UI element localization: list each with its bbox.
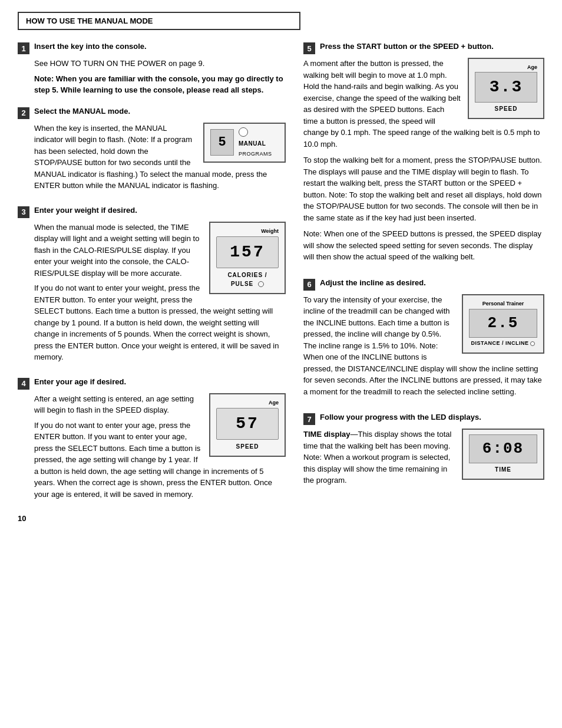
calories-pulse-label: CALORIES / PULSE — [216, 271, 279, 288]
two-col-layout: 1 Insert the key into the console. See H… — [18, 42, 544, 523]
step-4-content: Age 57 SPEED After a weight setting is e… — [34, 393, 286, 504]
panel-dot — [239, 127, 248, 137]
pulse-dot — [258, 281, 264, 287]
page-number: 10 — [18, 514, 286, 523]
speed-age-label: Age — [475, 64, 537, 72]
step-5-text3: Note: When one of the SPEED buttons is p… — [303, 228, 544, 263]
speed-display-panel: Age 3.3 SPEED — [468, 58, 544, 119]
step-4-title: Enter your age if desired. — [34, 377, 126, 386]
weight-label: Weight — [216, 228, 279, 236]
step-4-header: 4 Enter your age if desired. — [18, 377, 286, 390]
step-3-text2: If you do not want to enter your weight,… — [34, 282, 286, 363]
step-4-number: 4 — [18, 378, 29, 390]
left-column: 1 Insert the key into the console. See H… — [18, 42, 286, 523]
panel-manual-label: MANUAL — [239, 139, 272, 148]
distance-incline-label: DISTANCE / INCLINE — [469, 340, 537, 348]
panel-number-display: 5 — [210, 129, 234, 156]
step-3-header: 3 Enter your weight if desired. — [18, 206, 286, 218]
step-6-number: 6 — [303, 279, 315, 291]
step-1-text: See HOW TO TURN ON THE POWER on page 9. — [34, 58, 286, 70]
step-7-content: 6:08 TIME TIME display—This display show… — [303, 429, 544, 491]
age-display-panel: Age 57 SPEED — [209, 393, 286, 457]
step-7-number: 7 — [303, 413, 315, 425]
step-5-block: 5 Press the START button or the SPEED + … — [303, 42, 544, 268]
step-2-content: 5 MANUAL PROGRAMS When the key is insert… — [34, 123, 286, 195]
incline-display-panel: Personal Trainer 2.5 DISTANCE / INCLINE — [462, 294, 544, 354]
time-label: TIME — [469, 465, 537, 474]
step-1-number: 1 — [18, 42, 29, 54]
step-4-block: 4 Enter your age if desired. Age 57 SPEE… — [18, 377, 286, 504]
step-3-number: 3 — [18, 206, 29, 218]
step-1-content: See HOW TO TURN ON THE POWER on page 9. … — [34, 58, 286, 96]
step-7-title: Follow your progress with the LED displa… — [320, 413, 481, 421]
weight-screen: 157 — [216, 236, 279, 268]
incline-screen: 2.5 — [469, 309, 537, 338]
step-5-number: 5 — [303, 42, 315, 54]
step-1-header: 1 Insert the key into the console. — [18, 42, 286, 54]
di-dot — [530, 341, 535, 346]
time-display-panel: 6:08 TIME — [462, 429, 544, 480]
header-box: HOW TO USE THE MANUAL MODE — [18, 12, 300, 30]
page-container: HOW TO USE THE MANUAL MODE 1 Insert the … — [18, 12, 544, 523]
step-1-title: Insert the key into the console. — [34, 42, 147, 51]
speed-label-4: SPEED — [216, 442, 279, 451]
step-2-header: 2 Select the MANUAL mode. — [18, 107, 286, 119]
right-column: 5 Press the START button or the SPEED + … — [303, 42, 544, 523]
step-5-content: Age 3.3 SPEED A moment after the button … — [303, 58, 544, 268]
step-6-block: 6 Adjust the incline as desired. Persona… — [303, 278, 544, 403]
step-3-content: Weight 157 CALORIES / PULSE When the man… — [34, 222, 286, 367]
speed-screen: 3.3 — [475, 72, 537, 103]
di-text: DISTANCE / INCLINE — [471, 340, 529, 348]
time-screen: 6:08 — [469, 434, 537, 463]
panel-inner: 5 MANUAL PROGRAMS — [210, 127, 279, 159]
step-7-block: 7 Follow your progress with the LED disp… — [303, 413, 544, 491]
header-title: HOW TO USE THE MANUAL MODE — [26, 17, 153, 25]
step-3-title: Enter your weight if desired. — [34, 206, 137, 215]
step-2-number: 2 — [18, 107, 29, 119]
age-screen: 57 — [216, 408, 279, 440]
manual-mode-panel: 5 MANUAL PROGRAMS — [203, 123, 286, 163]
time-display-bold: TIME display — [303, 430, 350, 439]
panel-programs-label: PROGRAMS — [239, 150, 272, 159]
speed-label-5: SPEED — [475, 104, 537, 113]
step-6-content: Personal Trainer 2.5 DISTANCE / INCLINE … — [303, 294, 544, 403]
step-2-block: 2 Select the MANUAL mode. 5 MANUAL PROGR… — [18, 107, 286, 195]
panel-right-section: MANUAL PROGRAMS — [239, 127, 272, 159]
step-6-header: 6 Adjust the incline as desired. — [303, 278, 544, 291]
step-1-block: 1 Insert the key into the console. See H… — [18, 42, 286, 96]
step-5-text2: To stop the walking belt for a moment, p… — [303, 154, 544, 223]
step-1-note: Note: When you are familiar with the con… — [34, 73, 286, 96]
step-2-title: Select the MANUAL mode. — [34, 107, 130, 116]
age-label: Age — [216, 399, 279, 407]
weight-display-panel: Weight 157 CALORIES / PULSE — [209, 222, 286, 295]
step-3-block: 3 Enter your weight if desired. Weight 1… — [18, 206, 286, 367]
personal-trainer-label: Personal Trainer — [469, 300, 537, 308]
step-6-title: Adjust the incline as desired. — [320, 278, 426, 287]
step-5-title: Press the START button or the SPEED + bu… — [320, 42, 494, 51]
step-7-header: 7 Follow your progress with the LED disp… — [303, 413, 544, 425]
step-5-header: 5 Press the START button or the SPEED + … — [303, 42, 544, 54]
